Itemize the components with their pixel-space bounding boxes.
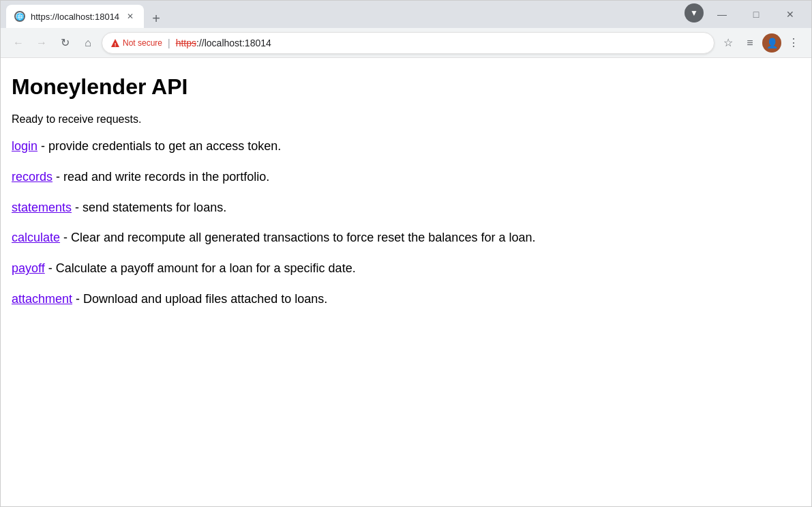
url-separator: | [168,38,170,48]
back-icon: ← [13,37,24,49]
not-secure-badge: ! Not secure [110,38,162,48]
tab-close-button[interactable]: ✕ [125,11,136,22]
bookmark-button[interactable]: ☆ [719,33,738,53]
reload-button[interactable]: ↻ [55,33,74,53]
not-secure-label: Not secure [123,38,162,48]
api-item: login - provide credentials to get an ac… [12,136,800,156]
api-link-records[interactable]: records [12,170,52,184]
url-strikethrough-prefix: https [176,38,196,48]
new-tab-button[interactable]: + [147,9,166,28]
avatar-button[interactable]: 👤 [762,33,781,53]
api-item: calculate - Clear and recompute all gene… [12,228,800,248]
avatar-icon: 👤 [766,38,778,48]
api-link-payoff[interactable]: payoff [12,261,45,275]
api-item: statements - send statements for loans. [12,198,800,218]
warning-triangle-icon: ! [110,38,120,48]
svg-text:!: ! [115,42,117,48]
more-options-icon: ⋮ [788,36,799,49]
home-icon: ⌂ [85,37,91,49]
maximize-button[interactable]: □ [740,3,772,25]
url-text: https://localhost:18014 [176,38,706,48]
page-subtitle: Ready to receive requests. [12,113,800,126]
playlist-button[interactable]: ≡ [740,33,760,53]
forward-button[interactable]: → [32,33,51,53]
back-button[interactable]: ← [9,33,28,53]
api-link-statements[interactable]: statements [12,201,72,214]
bookmark-icon: ☆ [723,36,733,49]
api-link-attachment[interactable]: attachment [12,292,72,306]
api-item: records - read and write records in the … [12,167,800,187]
address-bar-icons: ☆ ≡ 👤 ⋮ [719,33,803,53]
dropdown-arrow-icon: ▼ [690,8,698,18]
playlist-icon: ≡ [747,37,753,49]
window-controls: ▼ — □ ✕ [685,3,806,25]
api-item: attachment - Download and upload files a… [12,289,800,309]
api-link-calculate[interactable]: calculate [12,231,60,244]
api-item: payoff - Calculate a payoff amount for a… [12,259,800,278]
home-button[interactable]: ⌂ [78,33,97,53]
tab-strip: 🌐 https://localhost:18014 ✕ + [6,1,166,28]
close-button[interactable]: ✕ [775,3,806,25]
url-bar[interactable]: ! Not secure | https://localhost:18014 [102,32,715,54]
api-links-list: login - provide credentials to get an ac… [12,136,800,309]
browser-window: 🌐 https://localhost:18014 ✕ + ▼ — □ ✕ ← … [0,0,812,507]
tab-title: https://localhost:18014 [31,12,119,22]
more-options-button[interactable]: ⋮ [784,33,803,53]
page-content: Moneylender API Ready to receive request… [1,58,811,467]
forward-icon: → [36,37,47,49]
reload-icon: ↻ [61,36,70,49]
address-bar: ← → ↻ ⌂ ! Not secure | https://localhost… [1,28,811,58]
url-body: ://localhost:18014 [196,38,271,48]
tab-globe-icon: 🌐 [14,11,25,22]
minimize-button[interactable]: — [706,3,738,25]
title-bar: 🌐 https://localhost:18014 ✕ + ▼ — □ ✕ [1,1,811,28]
profile-dropdown-button[interactable]: ▼ [685,3,704,23]
api-link-login[interactable]: login [12,139,37,153]
page-title: Moneylender API [12,74,800,100]
active-tab[interactable]: 🌐 https://localhost:18014 ✕ [6,5,144,28]
